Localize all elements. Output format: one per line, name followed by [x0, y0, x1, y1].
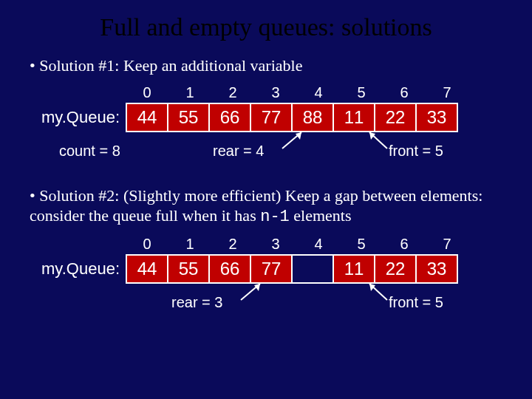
queue-label: my.Queue: [27, 108, 126, 127]
solution2-cells: 44 55 66 77 11 22 33 [126, 254, 458, 284]
queue-cell: 33 [415, 254, 458, 284]
queue-label: my.Queue: [27, 259, 126, 279]
queue-cell: 66 [208, 254, 251, 284]
solution1-cells: 44 55 66 77 88 11 22 33 [126, 103, 458, 132]
index: 1 [168, 236, 211, 253]
index: 0 [126, 84, 168, 101]
index: 5 [340, 236, 383, 253]
solution2-text-b: n-1 [260, 208, 290, 226]
solution1-bullet: Solution #1: Keep an additional variable [30, 56, 502, 75]
arrow-icon [366, 282, 389, 304]
solution1-queue: 0 1 2 3 4 5 6 7 my.Queue: 44 55 66 77 88… [0, 84, 532, 173]
index: 7 [426, 236, 468, 253]
index: 7 [426, 84, 468, 101]
queue-cell: 55 [167, 254, 210, 284]
solution2-text-a: Solution #2: (Slightly more efficient) K… [30, 186, 482, 224]
arrow-icon [366, 131, 389, 153]
queue-cell-empty [291, 254, 334, 284]
queue-cell: 77 [250, 254, 293, 284]
count-label: count = 8 [59, 143, 120, 160]
queue-cell: 66 [208, 103, 251, 132]
slide-title: Full and empty queues: solutions [0, 13, 532, 41]
index: 5 [340, 84, 383, 101]
rear-label: rear = 4 [213, 143, 264, 160]
index: 4 [297, 236, 340, 253]
solution2-text-c: elements [290, 206, 352, 225]
queue-cell: 44 [126, 103, 168, 132]
queue-cell: 44 [126, 254, 168, 284]
solution2-indices: 0 1 2 3 4 5 6 7 [126, 236, 532, 253]
index: 6 [383, 84, 426, 101]
index: 0 [126, 236, 168, 253]
arrow-icon [241, 282, 263, 304]
queue-cell: 22 [374, 103, 417, 132]
index: 2 [211, 84, 254, 101]
queue-cell: 33 [415, 103, 458, 132]
index: 4 [297, 84, 340, 101]
solution2-bullet: Solution #2: (Slightly more efficient) K… [30, 186, 502, 227]
index: 6 [383, 236, 426, 253]
solution2-queue: 0 1 2 3 4 5 6 7 my.Queue: 44 55 66 77 11… [0, 236, 532, 324]
index: 2 [211, 236, 254, 253]
front-label: front = 5 [389, 143, 443, 160]
queue-cell: 88 [291, 103, 334, 132]
rear-label: rear = 3 [171, 294, 222, 311]
arrow-icon [282, 131, 304, 153]
queue-cell: 11 [332, 103, 375, 132]
index: 3 [254, 84, 297, 101]
solution1-indices: 0 1 2 3 4 5 6 7 [126, 84, 532, 101]
queue-cell: 55 [167, 103, 210, 132]
index: 1 [168, 84, 211, 101]
queue-cell: 22 [374, 254, 417, 284]
queue-cell: 11 [332, 254, 375, 284]
queue-cell: 77 [250, 103, 293, 132]
index: 3 [254, 236, 297, 253]
front-label: front = 5 [389, 294, 443, 311]
